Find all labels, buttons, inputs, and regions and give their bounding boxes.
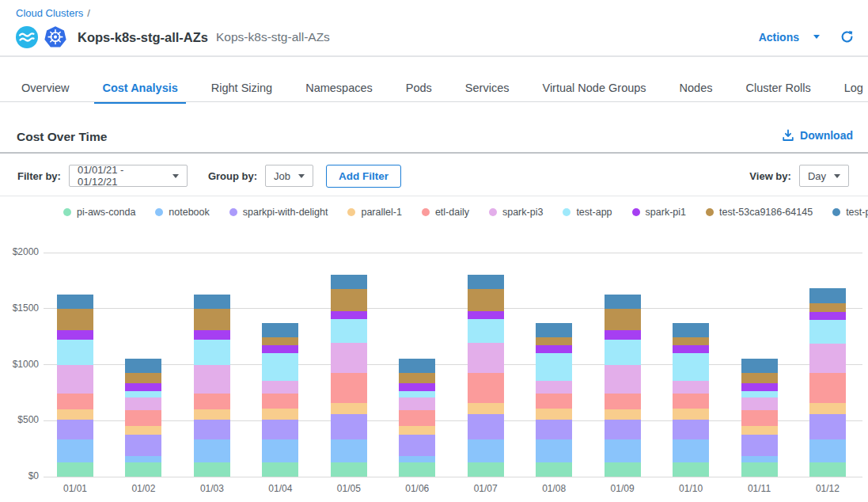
bar-segment-test-app[interactable]: [194, 340, 230, 364]
bar-segment-spark-pi3[interactable]: [605, 365, 641, 394]
bar-segment-notebook[interactable]: [262, 439, 298, 462]
bar-segment-sparkpi-with-delight[interactable]: [536, 420, 572, 439]
bar-segment-parallel-1[interactable]: [741, 426, 778, 435]
bar-segment-test-pkix[interactable]: [194, 295, 230, 309]
bar-segment-test-pkix[interactable]: [741, 359, 778, 373]
bar-segment-spark-pi1[interactable]: [468, 311, 504, 319]
bar-segment-test-pkix[interactable]: [125, 359, 161, 373]
tab-cost-analysis[interactable]: Cost Analysis: [94, 74, 185, 104]
bar-segment-pi-aws-conda[interactable]: [536, 462, 572, 477]
legend-item-notebook[interactable]: notebook: [155, 207, 209, 218]
bar-segment-pi-aws-conda[interactable]: [194, 462, 230, 477]
bar-segment-test-app[interactable]: [673, 353, 709, 381]
bar-segment-notebook[interactable]: [331, 439, 367, 462]
stacked-bar-01/07[interactable]: [468, 275, 504, 477]
bar-segment-pi-aws-conda[interactable]: [399, 462, 435, 477]
bar-segment-test-53ca9186-64145[interactable]: [809, 303, 846, 312]
legend-item-parallel-1[interactable]: parallel-1: [347, 207, 401, 218]
bar-segment-spark-pi1[interactable]: [125, 383, 161, 391]
bar-segment-test-53ca9186-64145[interactable]: [57, 309, 93, 331]
bar-segment-parallel-1[interactable]: [536, 409, 572, 419]
legend-item-sparkpi-with-delight[interactable]: sparkpi-with-delight: [229, 207, 328, 218]
legend-item-spark-pi3[interactable]: spark-pi3: [489, 207, 543, 218]
bar-segment-test-53ca9186-64145[interactable]: [399, 373, 435, 383]
tab-namespaces[interactable]: Namespaces: [298, 74, 381, 104]
bar-segment-sparkpi-with-delight[interactable]: [605, 420, 641, 439]
bar-segment-test-pkix[interactable]: [673, 323, 709, 337]
bar-segment-etl-daily[interactable]: [399, 410, 435, 426]
bar-segment-spark-pi1[interactable]: [605, 330, 641, 340]
bar-segment-test-pkix[interactable]: [605, 295, 641, 309]
bar-segment-spark-pi3[interactable]: [673, 381, 709, 394]
bar-segment-parallel-1[interactable]: [194, 409, 230, 420]
stacked-bar-01/09[interactable]: [605, 295, 641, 477]
bar-segment-test-app[interactable]: [809, 320, 846, 344]
bar-segment-spark-pi3[interactable]: [809, 344, 846, 373]
bar-segment-test-53ca9186-64145[interactable]: [262, 337, 298, 345]
tab-virtual-node-groups[interactable]: Virtual Node Groups: [534, 74, 654, 104]
bar-segment-test-53ca9186-64145[interactable]: [194, 309, 230, 331]
legend-item-etl-daily[interactable]: etl-daily: [422, 207, 469, 218]
bar-segment-test-pkix[interactable]: [468, 275, 504, 289]
legend-item-test-app[interactable]: test-app: [563, 207, 612, 218]
bar-segment-parallel-1[interactable]: [331, 403, 367, 414]
bar-segment-parallel-1[interactable]: [125, 426, 161, 435]
bar-segment-test-53ca9186-64145[interactable]: [468, 289, 504, 311]
stacked-bar-01/12[interactable]: [809, 288, 846, 477]
bar-segment-sparkpi-with-delight[interactable]: [331, 414, 367, 440]
bar-segment-test-pkix[interactable]: [262, 323, 298, 337]
bar-segment-sparkpi-with-delight[interactable]: [673, 420, 709, 439]
tab-log[interactable]: Log: [836, 74, 868, 104]
bar-segment-test-53ca9186-64145[interactable]: [605, 309, 641, 331]
bar-segment-sparkpi-with-delight[interactable]: [125, 435, 161, 456]
bar-segment-etl-daily[interactable]: [809, 373, 846, 402]
bar-segment-test-pkix[interactable]: [331, 275, 367, 289]
stacked-bar-01/05[interactable]: [331, 275, 367, 477]
bar-segment-test-pkix[interactable]: [57, 295, 93, 309]
bar-segment-notebook[interactable]: [741, 456, 778, 462]
bar-segment-notebook[interactable]: [194, 439, 230, 462]
bar-segment-etl-daily[interactable]: [194, 394, 230, 409]
bar-segment-notebook[interactable]: [536, 439, 572, 462]
tab-overview[interactable]: Overview: [13, 74, 77, 104]
bar-segment-notebook[interactable]: [468, 439, 504, 462]
breadcrumb-link-cloud-clusters[interactable]: Cloud Clusters: [16, 7, 83, 19]
bar-segment-sparkpi-with-delight[interactable]: [468, 414, 504, 440]
tab-right-sizing[interactable]: Right Sizing: [203, 74, 280, 104]
legend-item-test-pkix[interactable]: test-pkix: [832, 207, 868, 218]
stacked-bar-01/10[interactable]: [673, 323, 709, 477]
bar-segment-test-53ca9186-64145[interactable]: [741, 373, 778, 383]
bar-segment-sparkpi-with-delight[interactable]: [262, 420, 298, 439]
date-range-select[interactable]: 01/01/21 - 01/12/21: [69, 165, 188, 187]
bar-segment-etl-daily[interactable]: [262, 394, 298, 409]
bar-segment-test-pkix[interactable]: [399, 359, 435, 373]
add-filter-button[interactable]: Add Filter: [326, 165, 401, 188]
bar-segment-spark-pi3[interactable]: [194, 365, 230, 394]
bar-segment-sparkpi-with-delight[interactable]: [57, 420, 93, 439]
bar-segment-spark-pi1[interactable]: [741, 383, 778, 391]
bar-segment-test-app[interactable]: [399, 391, 435, 397]
bar-segment-parallel-1[interactable]: [57, 409, 93, 420]
bar-segment-test-pkix[interactable]: [536, 323, 572, 337]
bar-segment-notebook[interactable]: [57, 439, 93, 462]
bar-segment-pi-aws-conda[interactable]: [468, 462, 504, 477]
bar-segment-test-app[interactable]: [536, 353, 572, 381]
bar-segment-pi-aws-conda[interactable]: [673, 462, 709, 477]
bar-segment-pi-aws-conda[interactable]: [331, 462, 367, 477]
bar-segment-etl-daily[interactable]: [57, 394, 93, 409]
bar-segment-spark-pi1[interactable]: [262, 345, 298, 353]
bar-segment-parallel-1[interactable]: [809, 403, 846, 415]
bar-segment-spark-pi3[interactable]: [331, 343, 367, 373]
bar-segment-spark-pi3[interactable]: [468, 343, 504, 373]
bar-segment-spark-pi3[interactable]: [536, 381, 572, 394]
bar-segment-spark-pi1[interactable]: [194, 330, 230, 340]
bar-segment-spark-pi1[interactable]: [536, 345, 572, 353]
bar-segment-test-app[interactable]: [57, 340, 93, 364]
bar-segment-spark-pi3[interactable]: [399, 397, 435, 410]
bar-segment-test-app[interactable]: [125, 391, 161, 397]
bar-segment-spark-pi3[interactable]: [741, 397, 778, 410]
bar-segment-spark-pi1[interactable]: [57, 330, 93, 340]
group-by-select[interactable]: Job: [265, 165, 313, 187]
bar-segment-etl-daily[interactable]: [536, 394, 572, 409]
bar-segment-spark-pi1[interactable]: [331, 311, 367, 319]
